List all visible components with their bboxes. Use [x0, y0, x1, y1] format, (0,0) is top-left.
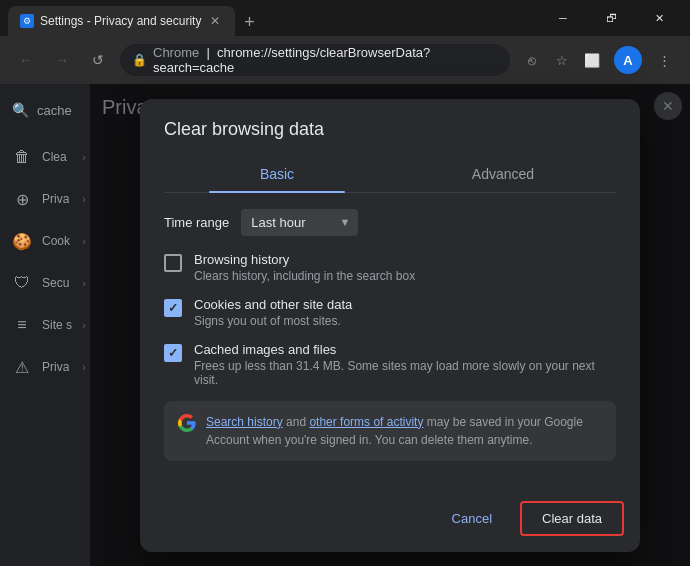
cached-images-checkbox[interactable]: ✓ [164, 344, 182, 362]
chevron-right-icon: › [82, 151, 86, 163]
sidebar-item-security[interactable]: 🛡 Secu › [0, 262, 90, 304]
time-range-row: Time range Last hour Last 24 hours Last … [164, 209, 616, 236]
google-account-info-text: Search history and other forms of activi… [206, 413, 602, 449]
profile-button[interactable]: A [614, 46, 642, 74]
info-text-and: and [286, 415, 309, 429]
tab-close-button[interactable]: ✕ [207, 13, 223, 29]
sidebar-item-label: Cook [42, 234, 70, 248]
warning-icon: ⚠ [12, 358, 32, 377]
sidebar-item-label: Site s [42, 318, 72, 332]
url-brand: Chrome | chrome://settings/clearBrowserD… [153, 45, 498, 75]
bookmark-button[interactable]: ☆ [548, 46, 576, 74]
browsing-history-title: Browsing history [194, 252, 616, 267]
active-tab[interactable]: ⚙ Settings - Privacy and security ✕ [8, 6, 235, 36]
chevron-right-icon: › [82, 193, 86, 205]
sidebar-item-cookies[interactable]: 🍪 Cook › [0, 220, 90, 262]
back-button[interactable]: ← [12, 46, 40, 74]
address-actions: ⎋ ☆ ⬜ [518, 46, 606, 74]
sliders-icon: ≡ [12, 316, 32, 334]
time-range-select-wrapper[interactable]: Last hour Last 24 hours Last 7 days Last… [241, 209, 358, 236]
clear-browsing-data-dialog: Clear browsing data Basic Advanced Time … [140, 99, 640, 552]
sidebar-item-label: Priva [42, 360, 69, 374]
browsing-history-checkbox[interactable] [164, 254, 182, 272]
sidebar: 🔍 cache 🗑 Clea › ⊕ Priva › 🍪 Cook › 🛡 Se… [0, 84, 90, 566]
page-area: Privacy and s ✕ Clear browsing data Basi… [90, 84, 690, 566]
dialog-footer: Cancel Clear data [140, 493, 640, 552]
dialog-body: Time range Last hour Last 24 hours Last … [140, 193, 640, 493]
checkmark-icon: ✓ [168, 346, 178, 360]
dialog-overlay: Clear browsing data Basic Advanced Time … [90, 84, 690, 566]
refresh-button[interactable]: ↺ [84, 46, 112, 74]
browsing-history-content: Browsing history Clears history, includi… [194, 252, 616, 283]
other-activity-link[interactable]: other forms of activity [309, 415, 423, 429]
address-bar: ← → ↺ 🔒 Chrome | chrome://settings/clear… [0, 36, 690, 84]
sidebar-item-label: Priva [42, 192, 69, 206]
url-lock-icon: 🔒 [132, 53, 147, 67]
cookies-checkbox[interactable]: ✓ [164, 299, 182, 317]
tab-favicon: ⚙ [20, 14, 34, 28]
sidebar-item-privacy2[interactable]: ⚠ Priva › [0, 346, 90, 388]
cached-images-content: Cached images and files Frees up less th… [194, 342, 616, 387]
tab-title: Settings - Privacy and security [40, 14, 201, 28]
menu-button[interactable]: ⋮ [650, 46, 678, 74]
tab-basic[interactable]: Basic [164, 156, 390, 192]
window-controls: ─ 🗗 ✕ [540, 0, 682, 36]
google-account-info-box: Search history and other forms of activi… [164, 401, 616, 461]
sidebar-item-label: Secu [42, 276, 69, 290]
cookies-title: Cookies and other site data [194, 297, 616, 312]
tab-advanced[interactable]: Advanced [390, 156, 616, 192]
tab-area: ⚙ Settings - Privacy and security ✕ + [8, 0, 540, 36]
clear-data-button[interactable]: Clear data [520, 501, 624, 536]
extensions-button[interactable]: ⬜ [578, 46, 606, 74]
forward-button[interactable]: → [48, 46, 76, 74]
browsing-history-desc: Clears history, including in the search … [194, 269, 616, 283]
browsing-history-item: Browsing history Clears history, includi… [164, 252, 616, 283]
plus-circle-icon: ⊕ [12, 190, 32, 209]
cached-images-item: ✓ Cached images and files Frees up less … [164, 342, 616, 387]
cookie-icon: 🍪 [12, 232, 32, 251]
cookies-content: Cookies and other site data Signs you ou… [194, 297, 616, 328]
address-input[interactable]: 🔒 Chrome | chrome://settings/clearBrowse… [120, 44, 510, 76]
new-tab-button[interactable]: + [235, 8, 263, 36]
url-brand-text: Chrome [153, 45, 199, 60]
sidebar-item-privacy[interactable]: ⊕ Priva › [0, 178, 90, 220]
trash-icon: 🗑 [12, 148, 32, 166]
chevron-right-icon: › [82, 319, 86, 331]
sidebar-item-clear[interactable]: 🗑 Clea › [0, 136, 90, 178]
cookies-desc: Signs you out of most sites. [194, 314, 616, 328]
title-bar: ⚙ Settings - Privacy and security ✕ + ─ … [0, 0, 690, 36]
sidebar-item-label: Clea [42, 150, 67, 164]
dialog-tabs: Basic Advanced [164, 156, 616, 193]
cookies-item: ✓ Cookies and other site data Signs you … [164, 297, 616, 328]
cached-images-desc: Frees up less than 31.4 MB. Some sites m… [194, 359, 616, 387]
chevron-right-icon: › [82, 361, 86, 373]
tab-favicon-icon: ⚙ [23, 16, 31, 26]
chevron-right-icon: › [82, 235, 86, 247]
restore-button[interactable]: 🗗 [588, 0, 634, 36]
google-logo-icon [178, 414, 196, 432]
checkmark-icon: ✓ [168, 301, 178, 315]
cancel-button[interactable]: Cancel [432, 501, 512, 536]
dialog-title: Clear browsing data [164, 119, 616, 140]
search-input: cache [37, 103, 72, 118]
minimize-button[interactable]: ─ [540, 0, 586, 36]
sidebar-item-site-settings[interactable]: ≡ Site s › [0, 304, 90, 346]
close-window-button[interactable]: ✕ [636, 0, 682, 36]
search-history-link[interactable]: Search history [206, 415, 283, 429]
cached-images-title: Cached images and files [194, 342, 616, 357]
search-bar[interactable]: 🔍 cache [0, 92, 90, 128]
shield-icon: 🛡 [12, 274, 32, 292]
time-range-select[interactable]: Last hour Last 24 hours Last 7 days Last… [241, 209, 358, 236]
main-content: 🔍 cache 🗑 Clea › ⊕ Priva › 🍪 Cook › 🛡 Se… [0, 84, 690, 566]
dialog-header: Clear browsing data Basic Advanced [140, 99, 640, 193]
chevron-right-icon: › [82, 277, 86, 289]
share-button[interactable]: ⎋ [518, 46, 546, 74]
time-range-label: Time range [164, 215, 229, 230]
search-icon: 🔍 [12, 102, 29, 118]
